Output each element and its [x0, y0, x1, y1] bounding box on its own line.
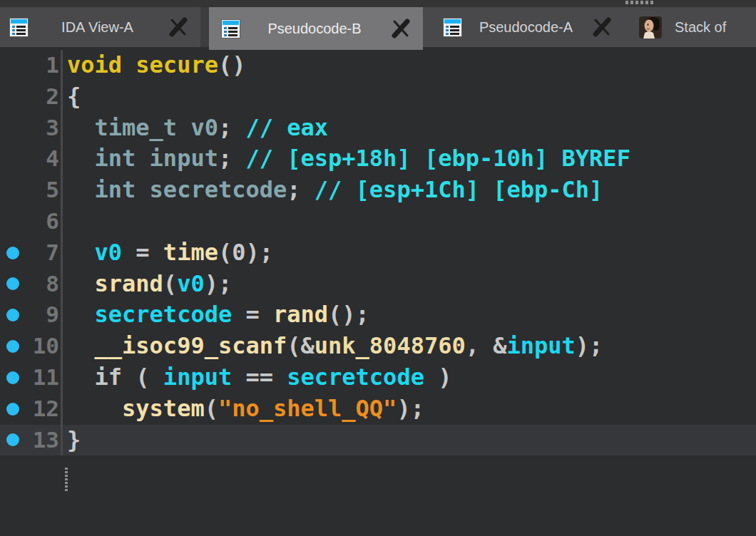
- code-line[interactable]: 3 time_t v0; // eax: [0, 113, 756, 144]
- code-line[interactable]: 9 secretcode = rand();: [0, 299, 756, 331]
- gutter: 7: [0, 237, 61, 269]
- code-text[interactable]: __isoc99_scanf(&unk_8048760, &input);: [63, 331, 603, 362]
- code-token[interactable]: v0: [67, 239, 122, 266]
- code-token[interactable]: (: [205, 395, 218, 422]
- code-text[interactable]: if ( input == secretcode ): [63, 362, 451, 393]
- code-token[interactable]: ;: [287, 176, 315, 203]
- line-number: 7: [46, 237, 59, 269]
- code-token[interactable]: , &: [466, 332, 507, 359]
- code-token[interactable]: system: [67, 395, 205, 422]
- code-token[interactable]: ;: [218, 145, 246, 172]
- code-token[interactable]: (): [218, 51, 246, 78]
- code-token[interactable]: }: [67, 426, 81, 453]
- code-text[interactable]: int secretcode; // [esp+1Ch] [ebp-Ch]: [63, 175, 603, 206]
- code-token[interactable]: ;: [218, 114, 246, 141]
- code-text[interactable]: srand(v0);: [63, 269, 232, 300]
- code-text[interactable]: v0 = time(0);: [63, 237, 273, 269]
- breakpoint-dot[interactable]: [6, 247, 19, 259]
- pseudocode-window-icon: [221, 19, 240, 38]
- code-line[interactable]: 6: [0, 206, 756, 237]
- breakpoint-dot[interactable]: [6, 309, 19, 321]
- code-line[interactable]: 11 if ( input == secretcode ): [0, 362, 756, 393]
- code-token[interactable]: secretcode: [67, 301, 232, 328]
- tab-divider: [200, 7, 209, 47]
- code-token[interactable]: time_t v0: [67, 114, 218, 141]
- code-token[interactable]: (&: [287, 332, 315, 359]
- code-text[interactable]: system("no_shell_QQ");: [63, 393, 424, 425]
- gutter: 4: [0, 143, 61, 175]
- code-token[interactable]: (: [163, 270, 177, 297]
- code-token[interactable]: );: [397, 395, 424, 422]
- code-token[interactable]: __isoc99_scanf: [67, 332, 287, 359]
- code-text[interactable]: time_t v0; // eax: [63, 113, 328, 144]
- gutter: 13: [0, 425, 61, 456]
- breakpoint-dot[interactable]: [6, 371, 19, 384]
- dock-grip-dots[interactable]: [625, 1, 653, 4]
- code-token[interactable]: int secretcode: [67, 176, 287, 203]
- line-number: 11: [33, 362, 59, 393]
- code-token[interactable]: {: [67, 83, 81, 110]
- line-number: 2: [46, 81, 59, 113]
- close-tab-icon[interactable]: [591, 17, 613, 37]
- breakpoint-dot[interactable]: [6, 340, 19, 353]
- code-text[interactable]: int input; // [esp+18h] [ebp-10h] BYREF: [63, 143, 630, 175]
- code-token[interactable]: input: [163, 364, 232, 391]
- close-tab-icon[interactable]: [168, 17, 189, 37]
- tab-pseudocode-a[interactable]: Pseudocode-A: [434, 7, 624, 47]
- code-token[interactable]: int input: [67, 145, 218, 172]
- code-token[interactable]: unk_8048760: [315, 332, 466, 359]
- code-line[interactable]: 4 int input; // [esp+18h] [ebp-10h] BYRE…: [0, 143, 756, 175]
- line-number: 9: [46, 299, 59, 331]
- tab-bar-gap: [423, 7, 434, 47]
- code-line[interactable]: 1void secure(): [0, 50, 756, 81]
- code-token[interactable]: rand: [273, 301, 328, 328]
- code-token[interactable]: srand: [67, 270, 163, 297]
- code-token[interactable]: ): [424, 364, 452, 391]
- line-number: 12: [33, 393, 59, 425]
- close-tab-icon[interactable]: [390, 19, 412, 38]
- tab-ida-view-a[interactable]: IDA View-A: [0, 7, 200, 47]
- code-token[interactable]: input: [507, 332, 576, 359]
- tab-pseudocode-b[interactable]: Pseudocode-B: [209, 7, 423, 50]
- code-token[interactable]: // [esp+18h] [ebp-10h] BYREF: [245, 145, 630, 172]
- code-token[interactable]: v0: [177, 270, 205, 297]
- code-token[interactable]: secretcode: [287, 364, 424, 391]
- pseudocode-window-icon: [9, 18, 29, 37]
- code-token[interactable]: time: [163, 239, 218, 266]
- breakpoint-dot[interactable]: [6, 403, 19, 416]
- code-line[interactable]: 12 system("no_shell_QQ");: [0, 393, 756, 425]
- code-line[interactable]: 13}: [0, 425, 756, 456]
- code-line[interactable]: 7 v0 = time(0);: [0, 237, 756, 269]
- code-line[interactable]: 8 srand(v0);: [0, 269, 756, 300]
- breakpoint-dot[interactable]: [6, 277, 19, 290]
- function-end-marker: [65, 468, 68, 491]
- code-line[interactable]: 5 int secretcode; // [esp+1Ch] [ebp-Ch]: [0, 175, 756, 206]
- code-text[interactable]: void secure(): [63, 50, 245, 81]
- code-token[interactable]: ();: [328, 301, 369, 328]
- code-token[interactable]: ==: [232, 364, 287, 391]
- breakpoint-dot[interactable]: [6, 433, 19, 446]
- gutter: 9: [0, 299, 61, 331]
- code-token[interactable]: =: [232, 301, 273, 328]
- line-number: 13: [33, 425, 59, 456]
- gutter: 8: [0, 269, 61, 300]
- code-text[interactable]: [63, 206, 67, 237]
- code-token[interactable]: // [esp+1Ch] [ebp-Ch]: [315, 176, 603, 203]
- tab-stack-view[interactable]: Stack of: [624, 7, 756, 47]
- code-token[interactable]: );: [205, 270, 233, 297]
- code-text[interactable]: {: [63, 81, 81, 113]
- code-token[interactable]: );: [576, 332, 603, 359]
- code-token[interactable]: if (: [67, 364, 163, 391]
- code-token[interactable]: "no_shell_QQ": [218, 395, 397, 422]
- code-token[interactable]: // eax: [245, 114, 328, 141]
- tab-label: Pseudocode-B: [240, 21, 389, 37]
- code-text[interactable]: secretcode = rand();: [63, 299, 369, 331]
- code-token[interactable]: =: [122, 239, 163, 266]
- code-line[interactable]: 2{: [0, 81, 756, 113]
- line-number: 10: [33, 331, 59, 362]
- code-text[interactable]: }: [63, 425, 81, 456]
- gutter: 2: [0, 81, 61, 113]
- code-token[interactable]: void secure: [67, 51, 218, 78]
- code-token[interactable]: (0);: [218, 239, 273, 266]
- code-line[interactable]: 10 __isoc99_scanf(&unk_8048760, &input);: [0, 331, 756, 362]
